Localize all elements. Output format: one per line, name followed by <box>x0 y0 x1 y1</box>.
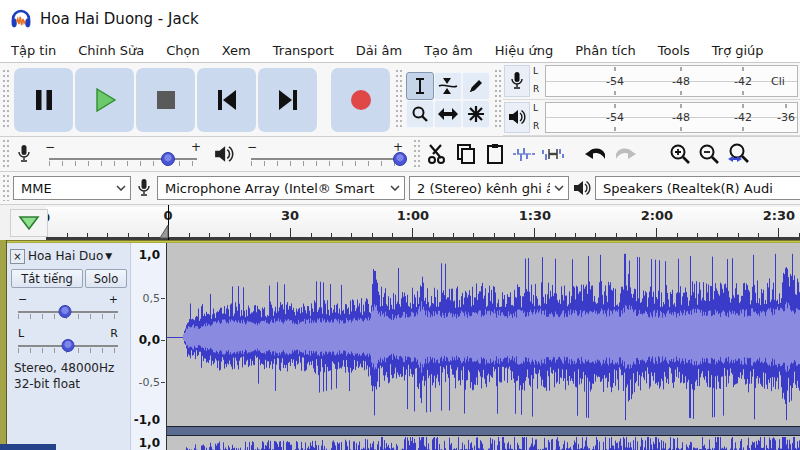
menu-dai-am[interactable]: Dải âm <box>345 43 413 58</box>
recording-volume-thumb[interactable] <box>161 152 175 166</box>
fit-selection-button[interactable] <box>724 141 751 168</box>
channel-separator[interactable] <box>167 426 800 436</box>
timeline-label-30: 30 <box>281 208 299 223</box>
record-button[interactable] <box>331 68 390 132</box>
playback-meter-speaker-icon[interactable] <box>504 102 530 134</box>
multi-tool-button[interactable] <box>462 100 490 128</box>
play-button[interactable] <box>75 68 134 132</box>
mixer-toolbar-grip[interactable] <box>1 140 10 167</box>
menu-tro-giup[interactable]: Trợ giúp <box>701 43 775 58</box>
edit-toolbar-grip[interactable] <box>412 140 421 167</box>
recording-meter-bar[interactable]: -54 -48 -42 Cli <box>545 65 798 97</box>
waveform-channel-1[interactable] <box>167 243 800 426</box>
vr-ch2-1: 1,0 <box>139 436 160 450</box>
solo-button[interactable]: Solo <box>85 269 127 288</box>
recording-meter[interactable]: L R -54 -48 -42 Cli <box>503 63 800 100</box>
draw-tool-button[interactable] <box>462 72 490 100</box>
output-device-speaker-icon <box>569 179 595 197</box>
stop-button[interactable] <box>136 68 195 132</box>
copy-button[interactable] <box>452 141 479 168</box>
recording-meter-mic-icon[interactable] <box>504 65 530 97</box>
pb-scale-48: -48 <box>672 111 690 124</box>
silence-selection-button[interactable] <box>539 141 566 168</box>
audacity-logo-icon <box>10 8 32 30</box>
undo-button[interactable] <box>582 141 609 168</box>
meter-toolbars: L R -54 -48 -42 Cli L <box>503 63 800 136</box>
track-name-dropdown[interactable]: Hoa Hai Duo ▼ <box>28 249 128 263</box>
pb-scale-42: -42 <box>734 111 752 124</box>
tools-toolbar-grip[interactable] <box>394 70 403 128</box>
timeline: 0 0 30 1:00 1:30 2:00 2:30 <box>0 205 800 240</box>
menu-chon[interactable]: Chọn <box>155 43 211 58</box>
timeline-label-2m30: 2:30 <box>763 208 795 223</box>
playhead-cursor-flag[interactable] <box>160 225 169 239</box>
selection-tool-button[interactable] <box>406 72 434 100</box>
vr-0: 0,0 <box>139 333 160 347</box>
waveform-display <box>166 243 800 450</box>
menu-xem[interactable]: Xem <box>211 43 262 58</box>
transport-toolbar-grip[interactable] <box>1 70 10 128</box>
zoom-out-button[interactable] <box>695 141 722 168</box>
timeline-options-button[interactable] <box>10 209 48 237</box>
track-left-edge-strip[interactable] <box>0 240 7 450</box>
playback-volume-speaker-icon <box>209 144 239 164</box>
skip-to-start-button[interactable] <box>197 68 256 132</box>
device-toolbar-grip[interactable] <box>1 175 10 201</box>
menu-chinh-sua[interactable]: Chỉnh Sửa <box>67 43 155 58</box>
playback-volume-slider[interactable]: − + <box>245 139 405 169</box>
playback-meter[interactable]: L R -54 -48 -42 -36 <box>503 100 800 137</box>
playback-volume-thumb[interactable] <box>393 152 407 166</box>
recording-volume-slider[interactable]: − + <box>43 139 203 169</box>
bottom-left-edge <box>0 444 56 450</box>
vr-n05: -0,5 <box>139 376 160 389</box>
trim-outside-selection-button[interactable] <box>510 141 537 168</box>
track-close-button[interactable]: × <box>10 249 25 264</box>
time-shift-tool-button[interactable] <box>434 100 462 128</box>
menu-transport[interactable]: Transport <box>262 43 345 58</box>
zoom-tool-button[interactable] <box>406 100 434 128</box>
audacity-window: Hoa Hai Duong - Jack Tập tin Chỉnh Sửa C… <box>0 0 800 450</box>
menu-tap-tin[interactable]: Tập tin <box>0 43 67 58</box>
playback-meter-channel-labels: L R <box>531 100 545 136</box>
menu-tools[interactable]: Tools <box>647 43 701 58</box>
meter-toolbar-grip[interactable] <box>493 70 502 128</box>
waveform-channel-2[interactable] <box>167 436 800 450</box>
rec-scale-54: -54 <box>606 74 624 87</box>
track-control-panel: × Hoa Hai Duo ▼ Tắt tiếng Solo − + L R <box>8 243 130 450</box>
monitoring-status-text[interactable]: Cli <box>771 74 785 87</box>
window-title: Hoa Hai Duong - Jack <box>40 10 199 28</box>
track-gain-slider[interactable]: − + <box>16 293 120 321</box>
title-bar: Hoa Hai Duong - Jack <box>0 0 800 38</box>
vr-1: 1,0 <box>139 248 160 262</box>
input-device-mic-icon <box>131 178 157 198</box>
playback-meter-bar[interactable]: -54 -48 -42 -36 <box>545 102 798 134</box>
cut-button[interactable] <box>423 141 450 168</box>
output-device-dropdown[interactable]: Speakers (Realtek(R) Audi <box>595 176 800 200</box>
paste-button[interactable] <box>481 141 508 168</box>
track-gain-thumb[interactable] <box>58 305 71 318</box>
track-pan-thumb[interactable] <box>62 339 75 352</box>
audio-host-dropdown[interactable]: MME <box>13 176 131 200</box>
zoom-in-button[interactable] <box>666 141 693 168</box>
skip-to-end-button[interactable] <box>258 68 317 132</box>
redo-button[interactable] <box>611 141 638 168</box>
pb-scale-36: -36 <box>777 111 795 124</box>
timeline-label-1m: 1:00 <box>397 208 429 223</box>
envelope-tool-button[interactable] <box>434 72 462 100</box>
recording-volume-mic-icon <box>11 144 37 164</box>
menu-tao-am[interactable]: Tạo âm <box>413 43 484 58</box>
track-format-info: Stereo, 48000Hz 32-bit float <box>14 361 114 392</box>
tools-toolbar <box>406 72 490 128</box>
vr-n1: -1,0 <box>134 413 160 427</box>
transport-toolbar <box>11 60 393 139</box>
input-device-dropdown[interactable]: Microphone Array (Intel® Smart <box>157 176 405 200</box>
pause-button[interactable] <box>14 68 73 132</box>
vertical-ruler[interactable]: 1,0 0,5 0,0 -0,5 -1,0 1,0 <box>130 243 166 450</box>
pb-scale-54: -54 <box>606 111 624 124</box>
menu-hieu-ung[interactable]: Hiệu ứng <box>484 43 565 58</box>
mute-button[interactable]: Tắt tiếng <box>11 269 83 288</box>
menu-phan-tich[interactable]: Phân tích <box>564 43 647 58</box>
track-menu-caret-icon: ▼ <box>105 251 112 261</box>
track-pan-slider[interactable]: L R <box>16 327 120 355</box>
input-channels-dropdown[interactable]: 2 (Stereo) kênh ghi â <box>409 176 569 200</box>
